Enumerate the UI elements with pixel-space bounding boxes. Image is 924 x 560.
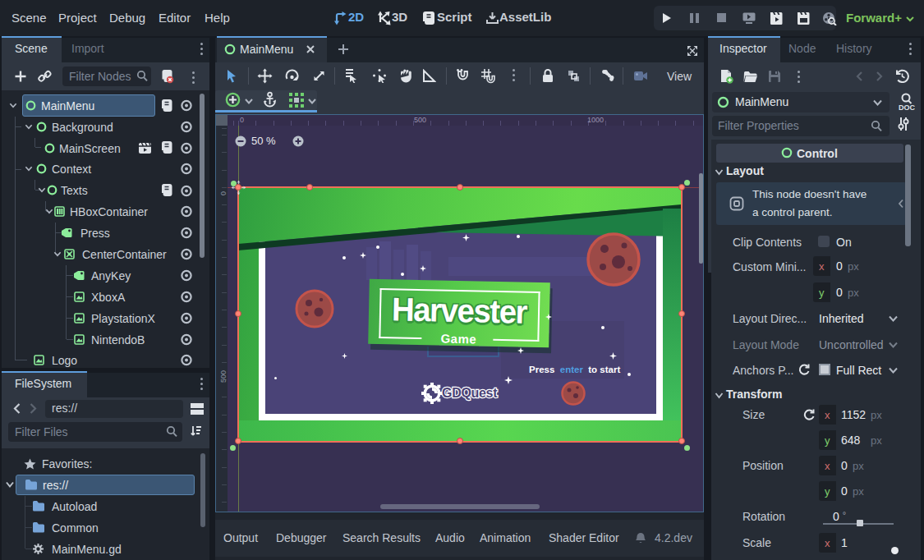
- svg-text:DOC: DOC: [899, 103, 915, 112]
